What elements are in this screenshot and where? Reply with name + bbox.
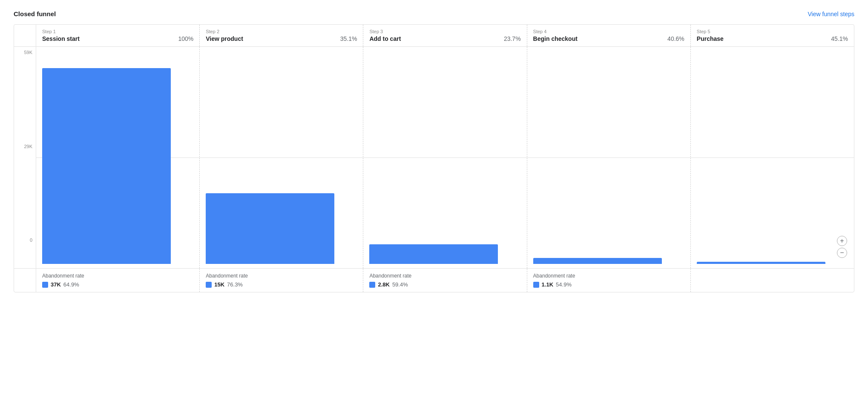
steps-header: Step 1 Session start 100% Step 2 View pr… — [14, 25, 854, 47]
zoom-out-button[interactable]: − — [837, 248, 847, 258]
step-name-2: View product — [206, 35, 243, 42]
abandon-value-2: 15K — [214, 281, 224, 288]
step-num-2: Step 2 — [206, 29, 357, 34]
chart-title: Closed funnel — [14, 10, 56, 17]
step-header-4: Step 4 Begin checkout 40.6% — [527, 25, 691, 46]
abandon-swatch-3 — [369, 282, 375, 288]
abandon-col-4: Abandonment rate 1.1K 54.9% — [527, 269, 691, 292]
step-pct-4: 40.6% — [667, 35, 684, 42]
abandon-title-3: Abandonment rate — [369, 273, 520, 279]
step-pct-1: 100% — [178, 35, 193, 42]
abandon-col-2: Abandonment rate 15K 76.3% — [200, 269, 363, 292]
step-header-3: Step 3 Add to cart 23.7% — [363, 25, 527, 46]
bar-3 — [369, 244, 498, 264]
step-num-1: Step 1 — [42, 29, 193, 34]
step-name-row-5: Purchase 45.1% — [697, 35, 848, 42]
bar-col-2 — [200, 47, 363, 268]
step-pct-2: 35.1% — [340, 35, 357, 42]
bar-col-5 — [691, 47, 854, 268]
step-name-5: Purchase — [697, 35, 724, 42]
y-label-top: 59K — [24, 50, 32, 55]
step-pct-5: 45.1% — [831, 35, 848, 42]
abandon-row-1: 37K 64.9% — [42, 281, 193, 288]
header-spacer — [14, 25, 36, 46]
abandon-title-2: Abandonment rate — [206, 273, 357, 279]
step-name-row-2: View product 35.1% — [206, 35, 357, 42]
step-num-5: Step 5 — [697, 29, 848, 34]
abandon-pct-1: 64.9% — [63, 281, 79, 288]
step-name-row-4: Begin checkout 40.6% — [533, 35, 684, 42]
abandon-swatch-2 — [206, 282, 212, 288]
abandon-row-3: 2.8K 59.4% — [369, 281, 520, 288]
step-name-1: Session start — [42, 35, 80, 42]
abandon-pct-3: 59.4% — [392, 281, 408, 288]
abandon-value-3: 2.8K — [378, 281, 389, 288]
abandon-title-4: Abandonment rate — [533, 273, 684, 279]
abandon-swatch-1 — [42, 282, 48, 288]
bar-4 — [533, 258, 662, 264]
chart-wrapper: Step 1 Session start 100% Step 2 View pr… — [14, 24, 854, 292]
abandon-pct-2: 76.3% — [227, 281, 243, 288]
y-axis: 59K 29K 0 — [14, 47, 36, 268]
bars-area — [36, 47, 854, 268]
page-container: Closed funnel View funnel steps Step 1 S… — [0, 0, 868, 395]
bar-1 — [42, 68, 171, 264]
step-num-4: Step 4 — [533, 29, 684, 34]
abandon-col-5 — [691, 269, 854, 292]
zoom-in-button[interactable]: + — [837, 236, 847, 246]
bar-2 — [206, 193, 334, 264]
bar-5 — [697, 262, 825, 264]
abandon-pct-4: 54.9% — [556, 281, 572, 288]
chart-area: 59K 29K 0 — [14, 47, 854, 268]
abandon-row-4: 1.1K 54.9% — [533, 281, 684, 288]
step-name-row-3: Add to cart 23.7% — [369, 35, 520, 42]
step-header-2: Step 2 View product 35.1% — [200, 25, 363, 46]
step-header-1: Step 1 Session start 100% — [36, 25, 200, 46]
abandon-value-4: 1.1K — [542, 281, 553, 288]
chart-header: Closed funnel View funnel steps — [14, 10, 854, 17]
abandon-value-1: 37K — [51, 281, 61, 288]
view-funnel-link[interactable]: View funnel steps — [808, 11, 854, 17]
zoom-controls: + − — [837, 236, 847, 258]
abandon-row-2: 15K 76.3% — [206, 281, 357, 288]
bar-col-4 — [527, 47, 691, 268]
bar-col-3 — [363, 47, 527, 268]
step-num-3: Step 3 — [369, 29, 520, 34]
abandon-col-3: Abandonment rate 2.8K 59.4% — [363, 269, 527, 292]
step-name-3: Add to cart — [369, 35, 401, 42]
abandon-title-1: Abandonment rate — [42, 273, 193, 279]
abandon-swatch-4 — [533, 282, 539, 288]
step-pct-3: 23.7% — [504, 35, 521, 42]
abandonment-section: Abandonment rate 37K 64.9% Abandonment r… — [14, 268, 854, 292]
y-label-bottom: 0 — [30, 238, 32, 243]
bar-col-1 — [36, 47, 200, 268]
abandon-col-1: Abandonment rate 37K 64.9% — [36, 269, 200, 292]
step-name-4: Begin checkout — [533, 35, 578, 42]
step-header-5: Step 5 Purchase 45.1% — [691, 25, 854, 46]
step-name-row-1: Session start 100% — [42, 35, 193, 42]
y-label-mid: 29K — [24, 144, 32, 149]
abandon-spacer — [14, 269, 36, 292]
